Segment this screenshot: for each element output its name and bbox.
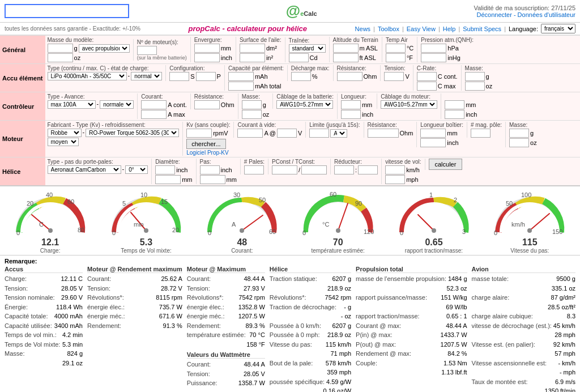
masse-select[interactable]: avec propulsion sans propulsion [79,44,130,53]
results-row-4-7: P(out) @ max:1207.5 W [356,340,467,350]
moteur-masse-g-input[interactable]: 395 [509,129,529,138]
results-row-2-5: Rendement:89.3 % [187,321,265,331]
mag-pole-input[interactable]: 14 [471,129,491,138]
ctrl-type-select[interactable]: max 100A [48,100,96,109]
logiciel-propkv-link[interactable]: Logiciel Prop-KV [186,150,230,156]
vitesse-mph-input[interactable]: 0 [385,175,405,184]
kv-input[interactable]: 305 [186,129,212,138]
decharge-input[interactable]: 85 [291,72,311,81]
courant-vide-input[interactable]: 0.776 [237,129,263,138]
svg-text:°C: °C [322,221,329,228]
config-p-input[interactable]: 1 [196,72,216,81]
results-col-title-2: Moteur @ Maximum [187,266,265,273]
diametre-in-input[interactable]: 16 [155,165,175,174]
ctrl-avance-select[interactable]: normale [100,100,134,109]
longueur-bat-mm-input[interactable]: 0 [341,100,361,109]
ctrl-courant-max-input[interactable]: 100 [141,110,167,119]
pression-hpa-input[interactable]: 1013 [421,44,446,53]
results-row-4-0: masse de l'ensemble propulsion:1484 g [356,274,467,284]
nav-help[interactable]: Help [443,25,456,32]
accu-masse-oz-input[interactable]: 3.6 [465,82,485,91]
svg-text:80: 80 [78,227,84,233]
helice-pas-select[interactable]: 0° [125,165,148,174]
calculer-btn[interactable]: calculer [429,159,463,170]
courant-vide-v-input[interactable]: 10 [277,129,297,138]
reducteur-input[interactable]: 1 [334,165,354,174]
longueur-mot-inch-input[interactable]: 0 [445,110,464,119]
nav-toolbox[interactable]: Toolbox [378,25,399,32]
limite-input[interactable]: 52 [309,129,329,138]
vitesse-value: 115 [522,238,538,247]
long-boitier-inch-input[interactable]: 2.38 [420,138,446,147]
pas-in-input[interactable]: 10 [200,165,220,174]
moteur-num-input[interactable]: 1 [137,46,157,55]
ctrl-masse-oz-input[interactable]: 4.6 [242,110,262,119]
limite-unit-select[interactable]: A [330,129,347,138]
svg-text:A: A [232,221,236,228]
diametre-mm-unit: mm [182,176,192,183]
results-col-3: HéliceTraction statique:6207 g218.9 ozRé… [270,266,351,392]
trainee-cd-input[interactable]: 0.03 [289,53,309,62]
vitesse-kmh-input[interactable]: 0 [385,165,405,174]
diametre-mm-input[interactable]: 406.4 [155,175,181,184]
title-input[interactable]: ROBBE 5062-305 8 S 16x10 [5,4,129,18]
long-boitier-input[interactable]: 60.4 [420,129,446,138]
nav-news[interactable]: News [355,25,371,32]
pconst-input[interactable]: 1.07 [272,165,297,174]
cap-total-input[interactable]: 4000 [228,82,254,91]
pression-inhg-input[interactable]: 29.91 [421,53,446,62]
svg-text:min: min [134,221,144,228]
masse-g-unit: g [74,45,78,52]
trainee-select[interactable]: standard [289,44,326,53]
accu-etat-select[interactable]: normal [131,72,162,80]
moteur-res-input[interactable]: 0.0437 [368,129,399,138]
cablage-bat-select[interactable]: AWG10=5.27mm² [276,100,333,109]
accu-type-label: Type (continu / max. C) - état de charge… [48,65,163,71]
ctrl-masse-g-input[interactable]: 130 [242,100,262,109]
altitude-masl-input[interactable]: 500 [333,44,359,53]
accu-type-select[interactable]: LiPo 4000mAh - 35/50C [48,72,127,80]
crate-max-input[interactable]: 50 [417,82,437,91]
svg-text:60: 60 [330,191,336,198]
surface-dm-input[interactable]: 109.3 [240,44,265,53]
helice-type-select[interactable]: Aeronaut CamCarbon [48,165,121,174]
temp-f-input[interactable]: 77 [386,53,406,62]
longueur-bat-inch-input[interactable]: 0 [341,110,361,119]
disconnect-link[interactable]: Déconnecter - Données d'utilisateur [476,11,575,18]
accu-res-input[interactable]: 0.004 [337,72,362,81]
moteur-fab-select[interactable]: Robbe [48,129,82,137]
longueur-mot-mm-input[interactable]: 0 [445,100,464,109]
chercher-btn[interactable]: chercher... [186,139,225,149]
envergure-inch-input[interactable]: 224.41 [194,53,220,62]
ctrl-res-input[interactable]: 0.0025 [194,100,220,109]
svg-text:10: 10 [140,191,147,198]
pas-mm-input[interactable]: 254 [200,175,225,184]
tension-label: Tension: [384,65,409,71]
nav-easyview[interactable]: Easy View [407,25,436,32]
surface-in-input[interactable]: 1694.2 [240,53,265,62]
reducteur-unit-input[interactable]: 1 [358,165,378,174]
crate-cont-input[interactable]: 35 [417,72,437,81]
tension-input[interactable]: 3.7 [384,72,404,81]
masse-g-input[interactable]: 9500 [48,44,73,53]
nav-submitspecs[interactable]: Submit Specs [463,25,501,32]
accu-res-unit: Ohm [364,73,377,80]
svg-text:150: 150 [552,228,562,235]
moteur-masse-oz-input[interactable]: 13.9 [509,138,529,147]
language-select[interactable]: français English Deutsch [541,24,575,33]
results-row-5-1: 335.1 oz [472,284,575,293]
altitude-fasl-input[interactable]: 1640 [333,53,359,62]
results-row-0-4: Capacité totale:4000 mAh [5,312,83,321]
tconst-input[interactable]: 0.99 [301,165,327,174]
moteur-type-select[interactable]: RO-Power Torque 5062-305 (305) [86,129,179,137]
config-s-input[interactable]: 8 [169,72,189,81]
ctrl-courant-cont-input[interactable]: 100 [141,100,167,109]
temp-c-input[interactable]: 25 [386,44,406,53]
envergure-mm-input[interactable]: 5700 [194,44,220,53]
cap-input[interactable]: 4000 [228,72,254,81]
pales-input[interactable]: 2 [244,165,264,174]
cablage-mot-select[interactable]: AWG10=5.27mm² [381,100,437,109]
accu-masse-g-input[interactable]: 103 [465,72,485,81]
masse-oz-input[interactable]: 335.1 [48,53,73,62]
moteur-refroid-select[interactable]: moyen [48,138,79,146]
